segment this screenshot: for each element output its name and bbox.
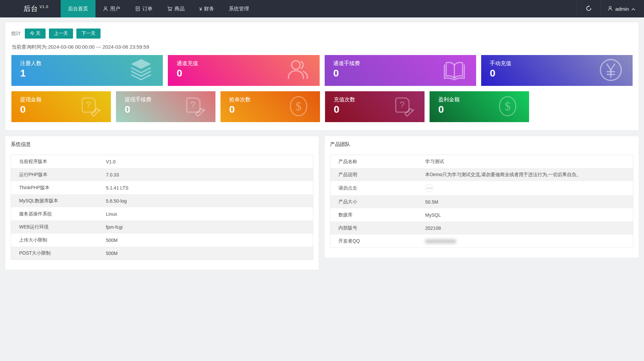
table-row: ThinkPHP版本 5.1.41 LTS [11,181,313,194]
table-row: 数据库 MySQL [330,208,633,221]
row-value: 本Demo只为学习测试交流,请勿要做商业或者用于违法行为,一切后果自负。 [425,169,633,181]
table-row: 产品大小 50.5M [330,195,633,208]
nav-item-label: 系统管理 [229,6,249,12]
help-doc-icon: ? [78,95,101,119]
navbar-right: admin [577,0,644,17]
stat-card-profit-amount: 盈利金额 0 $ [430,91,529,122]
user-icon [103,6,108,11]
row-value: 404 [425,181,633,195]
brand-version: V1.0 [40,5,49,9]
next-day-button[interactable]: 下一天 [76,29,101,39]
table-row: POST大小限制 500M [11,247,313,260]
main-menu: 后台首页 用户 订单 商品 ¥ 财务 系统管理 [61,0,256,17]
row-label: 请勿点击 [330,182,425,194]
stat-card-withdraw-amount: 提现金额 0 ? [11,91,111,122]
nav-item-finance[interactable]: ¥ 财务 [192,0,221,17]
row-value: 50.5M [425,196,633,208]
nav-item-system[interactable]: 系统管理 [221,0,256,17]
svg-text:$: $ [296,100,302,113]
row-label: 当前程序版本 [11,156,106,168]
order-file-icon [135,6,140,11]
stats-panel: 统计 今 天 上一天 下一天 当前查询时间为:2024-03-06 00:00:… [5,22,639,131]
users-icon [285,58,310,84]
stat-card-registered-users: 注册人数 1 [11,55,163,86]
today-button[interactable]: 今 天 [25,29,46,39]
row-value: 202108 [425,222,633,234]
obscured-qq-value [425,239,456,244]
nav-item-orders[interactable]: 订单 [128,0,160,17]
table-row: 当前程序版本 V1.0 [11,155,313,168]
nav-item-home[interactable]: 后台首页 [61,0,95,17]
svg-text:$: $ [505,100,511,113]
row-value: 7.0.33 [106,169,313,180]
help-doc-icon: ? [183,95,205,119]
stat-cards-row-1: 注册人数 1 通道充值 0 [11,55,633,86]
user-menu[interactable]: admin [601,0,644,17]
nav-item-goods[interactable]: 商品 [160,0,192,17]
cart-icon [167,6,173,11]
stat-card-channel-recharge: 通道充值 0 [168,55,319,86]
stat-card-recharge-count: 充值次数 0 ? [325,91,425,122]
row-value: 500M [106,248,313,259]
top-navbar: 后台 V1.0 后台首页 用户 订单 商品 ¥ 财务 [0,0,644,17]
stats-header: 统计 今 天 上一天 下一天 [11,29,633,39]
dollar-circle-icon: $ [496,95,519,119]
table-row: MySQL数据库版本 5.6.50-log [11,194,313,207]
nav-item-label: 订单 [142,6,152,12]
system-info-table: 当前程序版本 V1.0 运行PHP版本 7.0.33 ThinkPHP版本 5.… [11,155,313,260]
nav-item-label: 财务 [204,6,214,12]
row-value: MySQL [425,209,633,221]
row-label: 产品名称 [330,156,425,168]
refresh-button[interactable] [577,0,601,17]
nav-item-users[interactable]: 用户 [95,0,128,17]
table-row: 产品说明 本Demo只为学习测试交流,请勿要做商业或者用于违法行为,一切后果自负… [330,168,633,181]
system-info-panel: 系统信息 当前程序版本 V1.0 运行PHP版本 7.0.33 ThinkPHP… [5,136,319,270]
table-row: 运行PHP版本 7.0.33 [11,168,313,181]
stat-card-grab-order-count: 抢单次数 0 $ [220,91,320,122]
svg-text:?: ? [191,100,195,109]
row-label: MySQL数据库版本 [11,195,106,207]
book-icon [442,58,467,84]
do-not-click-404-badge[interactable]: 404 [425,184,433,192]
brand-title: 后台 [23,4,38,13]
row-label: 上传大小限制 [11,234,106,246]
stat-card-withdraw-fee: 提现手续费 0 ? [116,91,215,122]
prev-day-button[interactable]: 上一天 [49,29,73,39]
product-team-panel: 产品团队 产品名称 学习测试 产品说明 本Demo只为学习测试交流,请勿要做商业… [324,136,639,258]
row-value [425,236,633,247]
username: admin [615,6,629,12]
row-label: 数据库 [330,209,425,221]
query-time-text: 当前查询时间为:2024-03-06 00:00:00 --- 2024-03-… [11,44,633,50]
stat-card-manual-recharge: 手动充值 0 [481,55,633,86]
row-value: 5.6.50-log [106,195,313,207]
brand: 后台 V1.0 [23,0,49,17]
row-label: 服务器操作系统 [11,208,106,220]
row-value: Linux [106,208,313,220]
table-row: 上传大小限制 500M [11,234,313,247]
row-label: POST大小限制 [11,247,106,259]
help-doc-icon: ? [392,95,414,119]
person-icon [607,6,613,12]
svg-text:?: ? [400,100,404,109]
row-value: fpm-fcgi [106,221,313,233]
layers-icon [129,58,153,84]
table-row: 开发者QQ [330,235,633,248]
row-value: 学习测试 [425,156,633,168]
dollar-circle-icon: $ [287,95,310,119]
chevron-up-icon [631,6,635,12]
row-value: V1.0 [106,156,313,167]
product-team-table: 产品名称 学习测试 产品说明 本Demo只为学习测试交流,请勿要做商业或者用于违… [330,155,633,248]
table-row: WEB运行环境 fpm-fcgi [11,220,313,234]
table-row: 服务器操作系统 Linux [11,207,313,220]
row-label: 产品大小 [330,196,425,208]
nav-item-label: 后台首页 [68,6,88,12]
svg-text:?: ? [86,100,91,109]
stat-card-channel-fee: 通道手续费 0 [325,55,476,86]
bottom-panels: 系统信息 当前程序版本 V1.0 运行PHP版本 7.0.33 ThinkPHP… [5,136,639,270]
stat-cards-row-2: 提现金额 0 ? 提现手续费 0 ? [11,91,633,122]
row-label: 内部版号 [330,222,425,234]
row-value: 500M [106,235,313,246]
panel-title: 系统信息 [11,141,313,148]
main-content: 统计 今 天 上一天 下一天 当前查询时间为:2024-03-06 00:00:… [0,17,644,270]
stats-label: 统计 [11,31,21,37]
